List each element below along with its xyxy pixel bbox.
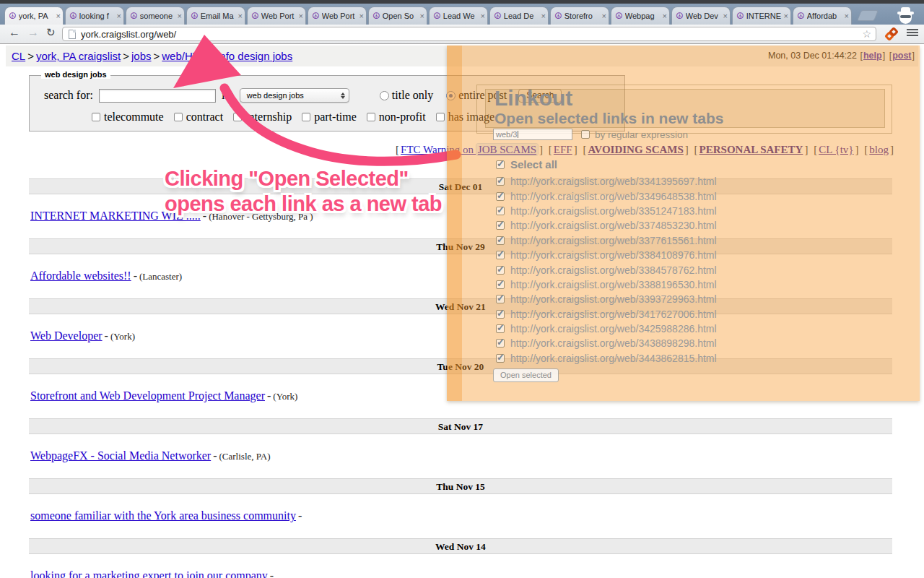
listing-row: looking for a marketing expert to join o… [30, 569, 892, 578]
listing-link[interactable]: someone familiar with the York area busi… [30, 509, 296, 522]
checkbox-contract[interactable] [174, 113, 183, 121]
browser-tab[interactable]: ☮someone× [126, 7, 185, 25]
url-row[interactable]: http://york.craigslist.org/web/334139569… [496, 174, 717, 189]
browser-tab-active[interactable]: ☮york, PA× [4, 7, 64, 25]
new-tab-button[interactable] [857, 10, 879, 21]
browser-tab[interactable]: ☮Web Port× [308, 7, 367, 25]
listing-link[interactable]: Web Developer [30, 329, 103, 342]
filter-row: web/3 by regular expression [493, 129, 688, 140]
tab-close-icon[interactable]: × [723, 12, 728, 20]
url-row[interactable]: http://york.craigslist.org/web/338457876… [496, 262, 717, 277]
tab-close-icon[interactable]: × [178, 12, 182, 20]
listing-link[interactable]: Storefront and Web Development Project M… [30, 389, 265, 402]
tab-close-icon[interactable]: × [299, 12, 303, 20]
tab-close-icon[interactable]: × [238, 12, 243, 20]
title-only-label: title only [392, 89, 433, 102]
breadcrumb-cl[interactable]: CL [12, 50, 25, 62]
url-list: http://york.craigslist.org/web/334139569… [496, 174, 717, 366]
url-checkbox[interactable] [496, 324, 505, 333]
url-row[interactable]: http://york.craigslist.org/web/339372996… [496, 292, 717, 306]
listing-row: someone familiar with the York area busi… [30, 509, 892, 523]
breadcrumb-category[interactable]: web/HTML/info design jobs [162, 50, 292, 62]
browser-tab[interactable]: ☮Web Port× [247, 7, 306, 25]
select-all-row[interactable]: Select all [496, 158, 557, 171]
url-row[interactable]: http://york.craigslist.org/web/334964853… [496, 189, 717, 203]
url-row[interactable]: http://york.craigslist.org/web/335124718… [496, 204, 717, 218]
regex-checkbox[interactable] [581, 130, 590, 139]
url-checkbox[interactable] [496, 192, 505, 201]
checkbox-telecommute[interactable] [92, 113, 100, 121]
browser-tab[interactable]: ☮Storefro× [550, 7, 609, 25]
popup-subtitle: Open selected links in new tabs [494, 111, 876, 126]
url-checkbox[interactable] [496, 295, 505, 303]
browser-tab[interactable]: ☮Web Dev× [671, 7, 731, 25]
search-for-label: search for: [44, 89, 93, 102]
browser-tab[interactable]: ☮Email Ma× [186, 7, 245, 25]
url-row[interactable]: http://york.craigslist.org/web/337761556… [496, 233, 717, 248]
browser-tab[interactable]: ☮looking f× [65, 7, 124, 25]
craigslist-favicon-icon: ☮ [191, 12, 199, 20]
bookmark-star-icon[interactable]: ☆ [862, 28, 871, 40]
url-checkbox[interactable] [496, 251, 505, 259]
tab-close-icon[interactable]: × [845, 12, 849, 20]
linkout-extension-icon[interactable] [886, 28, 899, 41]
category-select[interactable]: web design jobs [240, 88, 349, 103]
tab-close-icon[interactable]: × [117, 12, 121, 20]
url-checkbox[interactable] [496, 339, 505, 348]
browser-tab[interactable]: ☮Open So× [368, 7, 427, 25]
breadcrumb-jobs[interactable]: jobs [131, 50, 152, 62]
craigslist-favicon-icon: ☮ [797, 12, 805, 20]
tab-close-icon[interactable]: × [663, 12, 667, 20]
tab-close-icon[interactable]: × [56, 12, 61, 20]
url-row[interactable]: http://york.craigslist.org/web/338410897… [496, 248, 717, 262]
listing-link[interactable]: WebpageFX - Social Media Networker [30, 449, 211, 462]
address-bar[interactable]: york.craigslist.org/web/ ☆ [62, 27, 876, 41]
url-row[interactable]: http://york.craigslist.org/web/341762700… [496, 307, 717, 322]
url-checkbox[interactable] [496, 266, 505, 275]
filter-input[interactable]: web/3 [493, 129, 572, 140]
craigslist-favicon-icon: ☮ [312, 12, 320, 20]
breadcrumb-city[interactable]: york, PA craigslist [36, 50, 121, 62]
craigslist-favicon-icon: ☮ [676, 12, 684, 20]
tab-close-icon[interactable]: × [541, 12, 546, 20]
tab-close-icon[interactable]: × [784, 12, 788, 20]
reload-button[interactable]: ↻ [46, 26, 56, 39]
checkbox-internship[interactable] [233, 113, 242, 121]
browser-tab[interactable]: ☮Affordab× [793, 7, 852, 25]
url-checkbox[interactable] [496, 354, 505, 363]
browser-tab[interactable]: ☮INTERNE× [732, 7, 791, 25]
tab-close-icon[interactable]: × [420, 12, 424, 20]
url-checkbox[interactable] [496, 310, 505, 319]
url-checkbox[interactable] [496, 236, 505, 245]
browser-tab[interactable]: ☮Lead We× [429, 7, 488, 25]
browser-tab[interactable]: ☮Lead De× [489, 7, 549, 25]
url-row[interactable]: http://york.craigslist.org/web/344386281… [496, 351, 717, 366]
open-selected-button[interactable]: Open selected [493, 368, 559, 382]
url-checkbox[interactable] [496, 177, 505, 186]
radio-title-only[interactable] [380, 91, 389, 100]
url-checkbox[interactable] [496, 280, 505, 289]
tab-close-icon[interactable]: × [359, 12, 364, 20]
checkbox-has-image[interactable] [436, 113, 445, 121]
url-row[interactable]: http://york.craigslist.org/web/338819653… [496, 277, 717, 292]
craigslist-favicon-icon: ☮ [372, 12, 380, 20]
select-all-checkbox[interactable] [496, 160, 505, 169]
tab-close-icon[interactable]: × [481, 12, 485, 20]
browser-tab[interactable]: ☮Webpag× [611, 7, 670, 25]
back-button[interactable]: ← [9, 26, 20, 39]
url-row[interactable]: http://york.craigslist.org/web/343889829… [496, 336, 717, 350]
checkbox-non-profit[interactable] [367, 113, 375, 121]
search-input[interactable] [99, 89, 216, 103]
listing-link[interactable]: Affordable websites!! [30, 269, 131, 282]
tab-close-icon[interactable]: × [602, 12, 606, 20]
url-checkbox[interactable] [496, 221, 505, 230]
listing-link[interactable]: looking for a marketing expert to join o… [30, 569, 268, 578]
date-separator: Wed Nov 14 [29, 538, 892, 554]
url-row[interactable]: http://york.craigslist.org/web/337485323… [496, 218, 717, 233]
url-row[interactable]: http://york.craigslist.org/web/342598828… [496, 322, 717, 336]
checkbox-part-time[interactable] [302, 113, 310, 121]
chrome-menu-icon[interactable] [907, 29, 918, 38]
url-checkbox[interactable] [496, 207, 505, 215]
address-url[interactable]: york.craigslist.org/web/ [81, 29, 862, 40]
select-stepper-icon [341, 92, 345, 99]
